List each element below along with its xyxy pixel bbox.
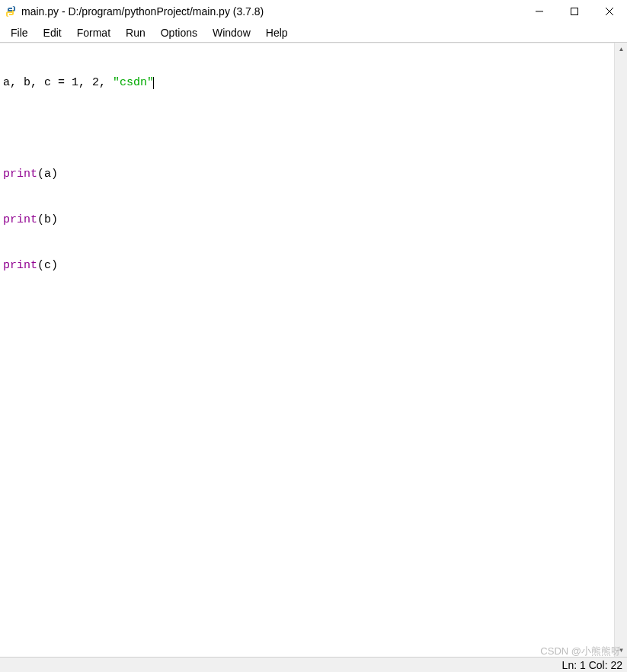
code-text: (c)	[37, 259, 58, 272]
code-builtin: print	[3, 168, 37, 181]
code-line: a, b, c = 1, 2, "csdn"	[3, 75, 611, 91]
cursor-position: Ln: 1 Col: 22	[562, 659, 622, 671]
editor-container: a, b, c = 1, 2, "csdn" print(a) print(b)…	[0, 43, 627, 657]
python-icon	[5, 5, 17, 18]
code-text: (b)	[37, 213, 58, 226]
maximize-button[interactable]	[557, 0, 592, 23]
code-text: a, b, c = 1, 2,	[3, 76, 113, 89]
menu-file[interactable]: File	[3, 25, 36, 40]
window-title: main.py - D:/program/pythonProject/main.…	[21, 5, 264, 18]
scroll-down-button[interactable]: ▼	[615, 644, 627, 657]
close-button[interactable]	[592, 0, 627, 23]
code-editor[interactable]: a, b, c = 1, 2, "csdn" print(a) print(b)…	[0, 43, 614, 657]
chevron-down-icon: ▼	[619, 647, 625, 654]
titlebar: main.py - D:/program/pythonProject/main.…	[0, 0, 627, 23]
text-cursor	[153, 77, 154, 89]
code-string: "csdn"	[113, 76, 154, 89]
code-builtin: print	[3, 259, 37, 272]
svg-point-0	[9, 7, 10, 8]
code-line: print(a)	[3, 167, 611, 182]
menu-help[interactable]: Help	[258, 25, 296, 40]
vertical-scrollbar[interactable]: ▲ ▼	[614, 43, 627, 657]
window-controls	[522, 0, 627, 23]
menu-run[interactable]: Run	[118, 25, 153, 40]
code-line: print(c)	[3, 258, 611, 274]
code-text: (a)	[37, 168, 58, 181]
svg-rect-3	[571, 8, 578, 15]
scroll-up-button[interactable]: ▲	[615, 43, 627, 56]
status-bar: Ln: 1 Col: 22	[0, 657, 627, 672]
menu-edit[interactable]: Edit	[36, 25, 69, 40]
code-line	[3, 121, 611, 136]
chevron-up-icon: ▲	[619, 46, 625, 53]
code-line: print(b)	[3, 213, 611, 228]
menubar: File Edit Format Run Options Window Help	[0, 23, 627, 43]
menu-options[interactable]: Options	[153, 25, 205, 40]
code-builtin: print	[3, 213, 37, 226]
menu-window[interactable]: Window	[205, 25, 258, 40]
minimize-button[interactable]	[522, 0, 557, 23]
menu-format[interactable]: Format	[69, 25, 118, 40]
svg-point-1	[11, 15, 11, 16]
